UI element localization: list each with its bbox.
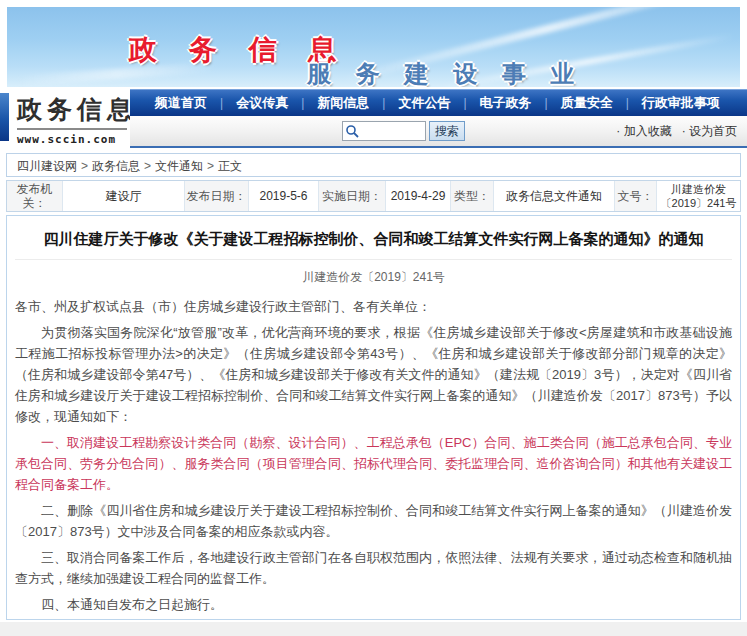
logo-title: 政务信息 (17, 93, 127, 130)
search-input[interactable] (360, 122, 424, 140)
site-banner: 政 务 信 息 服 务 建 设 事 业 (7, 7, 740, 87)
search-icon (345, 124, 359, 138)
site-logo[interactable]: 政务信息 www.sccin.com (17, 93, 127, 146)
doc-paragraph-4: 二、删除《四川省住房和城乡建设厅关于建设工程招标控制价、合同和竣工结算文件实行网… (15, 500, 732, 542)
meta-value-4: 川建造价发〔2019〕241号 (656, 181, 740, 211)
meta-value-3: 政务信息文件通知 (493, 181, 614, 211)
breadcrumb-item-2[interactable]: 文件通知 (155, 159, 203, 173)
header-right: 频道首页|会议传真|新闻信息|文件公告|电子政务|质量安全|行政审批事项 搜索 … (130, 89, 747, 148)
document: 四川住建厅关于修改《关于建设工程招标控制价、合同和竣工结算文件实行网上备案的通知… (6, 215, 741, 620)
meta-value-1: 2019-5-6 (248, 181, 318, 211)
meta-label-3: 类型： (450, 181, 493, 211)
breadcrumb-separator: > (207, 159, 214, 173)
breadcrumb-separator: > (144, 159, 151, 173)
doc-paragraph-2: 为贯彻落实国务院深化“放管服”改革，优化营商环境的要求，根据《住房城乡建设部关于… (15, 322, 732, 427)
breadcrumb-separator: > (81, 159, 88, 173)
nav-item-5[interactable]: 质量安全 (548, 94, 626, 112)
nav-item-6[interactable]: 行政审批事项 (629, 94, 733, 112)
meta-label-0: 发布机关： (7, 181, 62, 211)
meta-label-4: 文号： (614, 181, 656, 211)
main-nav: 频道首页|会议传真|新闻信息|文件公告|电子政务|质量安全|行政审批事项 (130, 89, 747, 116)
doc-paragraph-5: 三、取消合同备案工作后，各地建设行政主管部门在各自职权范围内，依照法律、法规有关… (15, 547, 732, 589)
quick-links: · 加入收藏· 设为首页 (606, 123, 747, 140)
document-title: 四川住建厅关于修改《关于建设工程招标控制价、合同和竣工结算文件实行网上备案的通知… (15, 226, 732, 260)
doc-paragraph-1: 各市、州及扩权试点县（市）住房城乡建设行政主管部门、各有关单位： (15, 296, 732, 317)
search-button[interactable]: 搜索 (429, 121, 465, 141)
meta-table: 发布机关：建设厅发布日期：2019-5-6实施日期：2019-4-29类型：政务… (6, 180, 741, 212)
meta-value-2: 2019-4-29 (385, 181, 450, 211)
quick-link-0[interactable]: · 加入收藏 (616, 124, 671, 138)
doc-paragraph-6: 四、本通知自发布之日起施行。 (15, 594, 732, 615)
breadcrumb-item-3: 正文 (218, 159, 242, 173)
nav-item-0[interactable]: 频道首页 (142, 94, 220, 112)
page: 政 务 信 息 服 务 建 设 事 业 政务信息 www.sccin.com 频… (0, 0, 747, 636)
logo-accent-bar (0, 93, 9, 141)
nav-item-1[interactable]: 会议传真 (223, 94, 301, 112)
nav-item-4[interactable]: 电子政务 (467, 94, 545, 112)
breadcrumb: 四川建设网>政务信息>文件通知>正文 (6, 153, 741, 177)
quick-link-1[interactable]: · 设为首页 (682, 124, 737, 138)
search-box (342, 121, 426, 141)
banner-slogan-sub: 服 务 建 设 事 业 (307, 58, 583, 87)
doc-paragraph-3: 一、取消建设工程勘察设计类合同（勘察、设计合同）、工程总承包（EPC）合同、施工… (15, 432, 732, 495)
meta-label-2: 实施日期： (318, 181, 385, 211)
site-header: 政务信息 www.sccin.com 频道首页|会议传真|新闻信息|文件公告|电… (0, 89, 747, 148)
nav-item-2[interactable]: 新闻信息 (304, 94, 382, 112)
document-number: 川建造价发〔2019〕241号 (15, 269, 732, 286)
search-bar: 搜索 · 加入收藏· 设为首页 (130, 116, 747, 146)
breadcrumb-item-1[interactable]: 政务信息 (92, 159, 140, 173)
nav-item-3[interactable]: 文件公告 (385, 94, 463, 112)
logo-url: www.sccin.com (17, 130, 127, 146)
document-body: 各市、州及扩权试点县（市）住房城乡建设行政主管部门、各有关单位：为贯彻落实国务院… (15, 296, 732, 615)
meta-value-0: 建设厅 (62, 181, 184, 211)
footer-strip (0, 622, 747, 636)
breadcrumb-item-0[interactable]: 四川建设网 (17, 159, 77, 173)
meta-label-1: 发布日期： (184, 181, 248, 211)
